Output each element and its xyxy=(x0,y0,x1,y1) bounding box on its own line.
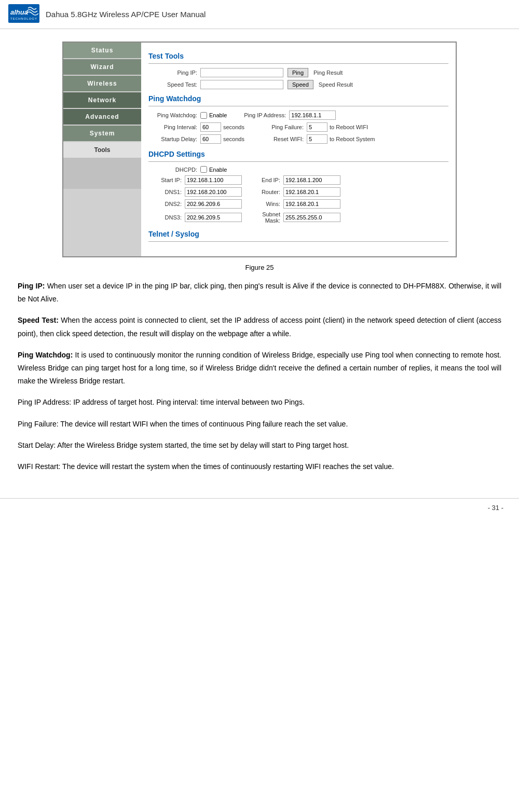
logo-svg: alhua TECHNOLOGY xyxy=(8,4,39,23)
pw-interval-row: Ping Interval: seconds Ping Failure: to … xyxy=(148,122,448,132)
ping-result-label: Ping Result xyxy=(313,70,343,76)
pw-reset-label: Reset WIFI: xyxy=(244,136,307,142)
figure-caption: Figure 25 xyxy=(16,264,503,271)
sidebar-tools-label: Tools xyxy=(63,142,141,158)
start-ip-label: Start IP: xyxy=(148,177,185,183)
dhcpd-divider xyxy=(148,161,448,162)
dhcpd-enable-group: Enable xyxy=(200,166,227,173)
end-ip-input[interactable] xyxy=(283,175,340,185)
pw-ip-input[interactable] xyxy=(289,111,336,120)
paragraph-7: WIFI Restart: The device will restart th… xyxy=(16,460,503,473)
p4-text: Ping IP Address: IP address of target ho… xyxy=(18,398,305,406)
pw-startup-label: Startup Delay: xyxy=(148,136,200,142)
wins-label: Wins: xyxy=(247,201,283,207)
sidebar-spacer xyxy=(63,158,141,189)
main-panel: Test Tools Ping IP: Ping Ping Result Spe… xyxy=(141,43,456,256)
speed-test-input[interactable] xyxy=(200,80,283,89)
pw-reset-input[interactable] xyxy=(307,134,327,144)
p1-text: When user set a device IP in the ping IP… xyxy=(18,282,501,303)
dhcpd-title: DHCPD Settings xyxy=(148,150,448,158)
pw-failure-label: Ping Failure: xyxy=(244,124,307,130)
logo-area: alhua TECHNOLOGY Dahua 5.8GHz Wireless A… xyxy=(8,4,206,24)
telnet-spacer xyxy=(148,246,448,251)
speed-test-row: Speed Test: Speed Speed Result xyxy=(148,80,448,89)
sidebar-item-network[interactable]: Network xyxy=(63,92,141,108)
dhcpd-enable-row: DHCPD: Enable xyxy=(148,166,448,173)
pw-enable-text: Enable xyxy=(209,112,227,118)
pw-startup-unit: seconds xyxy=(223,136,244,142)
subnet-label: Subnet Mask: xyxy=(247,211,283,224)
pw-interval-input[interactable] xyxy=(200,122,221,132)
pw-startup-input[interactable] xyxy=(200,134,221,144)
sidebar: Status Wizard Wireless Network Advanced … xyxy=(63,43,141,256)
page-footer: - 31 - xyxy=(0,498,519,517)
dns2-row: DNS2: Wins: xyxy=(148,199,448,209)
speed-test-label: Speed Test: xyxy=(148,81,200,88)
dhcpd-label: DHCPD: xyxy=(148,167,200,173)
telnet-divider xyxy=(148,241,448,242)
page-header: alhua TECHNOLOGY Dahua 5.8GHz Wireless A… xyxy=(0,0,519,29)
p2-text: When the access point is connected to cl… xyxy=(18,316,501,337)
pw-enable-checkbox-group: Enable xyxy=(200,112,227,119)
test-tools-divider xyxy=(148,63,448,64)
screenshot-frame: Status Wizard Wireless Network Advanced … xyxy=(62,42,457,257)
p6-text: Start Delay: After the Wireless Bridge s… xyxy=(18,441,349,449)
p3-bold: Ping Watchdog: xyxy=(18,351,73,359)
ping-ip-row: Ping IP: Ping Ping Result xyxy=(148,68,448,77)
sidebar-item-wizard[interactable]: Wizard xyxy=(63,59,141,75)
sidebar-item-advanced[interactable]: Advanced xyxy=(63,109,141,125)
pw-watchdog-label: Ping Watchdog: xyxy=(148,112,200,118)
test-tools-title: Test Tools xyxy=(148,52,448,60)
ping-ip-label: Ping IP: xyxy=(148,70,200,76)
dns1-input[interactable] xyxy=(185,187,242,197)
dns3-input[interactable] xyxy=(185,213,242,222)
speed-result-label: Speed Result xyxy=(319,81,353,88)
pw-ip-label: Ping IP Address: xyxy=(227,112,289,118)
svg-text:TECHNOLOGY: TECHNOLOGY xyxy=(10,17,37,20)
paragraph-6: Start Delay: After the Wireless Bridge s… xyxy=(16,439,503,452)
pw-enable-checkbox[interactable] xyxy=(200,112,207,119)
svg-text:alhua: alhua xyxy=(10,8,28,16)
pw-reset-suffix: to Reboot System xyxy=(330,136,375,142)
sidebar-item-system[interactable]: System xyxy=(63,126,141,141)
end-ip-label: End IP: xyxy=(247,177,283,183)
subnet-input[interactable] xyxy=(283,213,340,222)
header-title: Dahua 5.8GHz Wireless AP/CPE User Manual xyxy=(46,10,206,19)
dns3-row: DNS3: Subnet Mask: xyxy=(148,211,448,224)
page-number: - 31 - xyxy=(488,504,503,512)
ping-ip-input[interactable] xyxy=(200,68,283,77)
router-input[interactable] xyxy=(283,187,340,197)
dhcpd-enable-checkbox[interactable] xyxy=(200,166,207,173)
pw-interval-unit: seconds xyxy=(223,124,244,130)
sidebar-item-wireless[interactable]: Wireless xyxy=(63,76,141,91)
dhcpd-ip-row: Start IP: End IP: xyxy=(148,175,448,185)
wins-input[interactable] xyxy=(283,199,340,209)
paragraph-2: Speed Test: When the access point is con… xyxy=(16,314,503,340)
paragraph-3: Ping Watchdog: It is used to continuousl… xyxy=(16,349,503,388)
page-content: Status Wizard Wireless Network Advanced … xyxy=(0,29,519,488)
speed-button[interactable]: Speed xyxy=(288,80,313,89)
telnet-title: Telnet / Syslog xyxy=(148,230,448,238)
pw-enable-row: Ping Watchdog: Enable Ping IP Address: xyxy=(148,111,448,120)
ping-button[interactable]: Ping xyxy=(288,68,308,77)
dns1-row: DNS1: Router: xyxy=(148,187,448,197)
start-ip-input[interactable] xyxy=(185,175,242,185)
dhcpd-enable-text: Enable xyxy=(209,167,227,173)
paragraph-4: Ping IP Address: IP address of target ho… xyxy=(16,396,503,409)
pw-failure-suffix: to Reboot WIFI xyxy=(330,124,368,130)
p2-bold: Speed Test: xyxy=(18,316,59,324)
sidebar-item-status[interactable]: Status xyxy=(63,43,141,58)
p1-bold: Ping IP: xyxy=(18,282,45,290)
dns2-input[interactable] xyxy=(185,199,242,209)
dns1-label: DNS1: xyxy=(148,189,185,195)
dns3-label: DNS3: xyxy=(148,214,185,221)
pw-failure-input[interactable] xyxy=(307,122,327,132)
pw-startup-row: Startup Delay: seconds Reset WIFI: to Re… xyxy=(148,134,448,144)
p3-text: It is used to continuously monitor the r… xyxy=(18,351,501,385)
ping-watchdog-title: Ping Watchdog xyxy=(148,94,448,103)
dns2-label: DNS2: xyxy=(148,201,185,207)
router-label: Router: xyxy=(247,189,283,195)
p7-text: WIFI Restart: The device will restart th… xyxy=(18,462,394,471)
pw-interval-label: Ping Interval: xyxy=(148,124,200,130)
paragraph-1: Ping IP: When user set a device IP in th… xyxy=(16,280,503,306)
